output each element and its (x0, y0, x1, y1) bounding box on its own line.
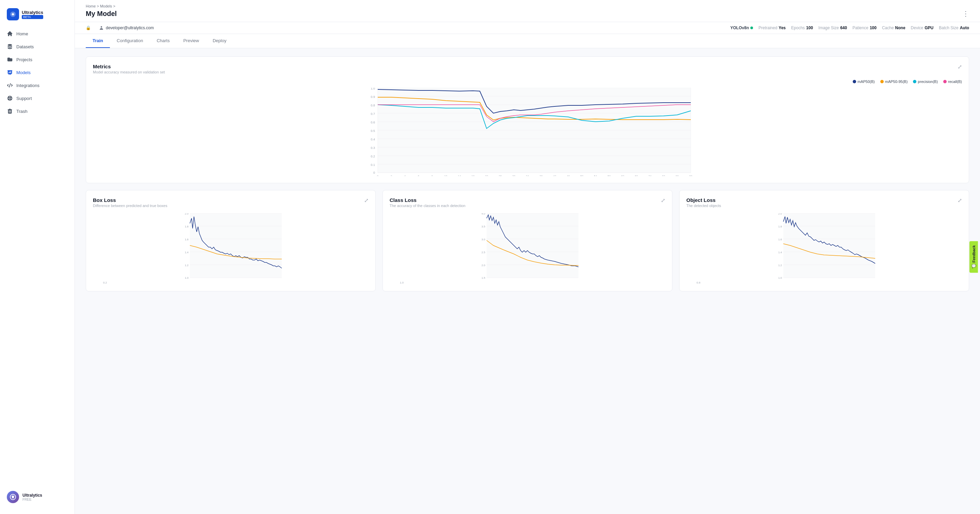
legend-label-map50: mAP50(B) (858, 79, 875, 84)
patience-label: Patience (853, 25, 869, 30)
metrics-expand-button[interactable]: ⤢ (958, 63, 962, 70)
user-name: Ultralytics (22, 493, 42, 498)
page-title: My Model (86, 10, 117, 17)
sidebar-item-trash[interactable]: Trash (0, 105, 75, 117)
sidebar-item-label: Datasets (16, 44, 34, 49)
tab-preview[interactable]: Preview (177, 34, 206, 48)
svg-rect-61 (487, 213, 579, 278)
device-label: Device (911, 25, 924, 30)
metrics-chart-container: 1.0 0.9 0.8 0.7 0.6 0.5 0.4 0.3 0.2 0.1 … (93, 88, 962, 176)
sidebar-nav: Home Datasets Projects Models Integratio… (0, 27, 75, 117)
svg-rect-74 (783, 213, 875, 278)
svg-text:1.0: 1.0 (371, 88, 375, 90)
metrics-chart-title: Metrics (93, 63, 165, 69)
legend-dot-precision (913, 80, 916, 83)
svg-text:34: 34 (526, 175, 529, 176)
svg-text:1.0: 1.0 (778, 276, 782, 279)
svg-text:4: 4 (404, 175, 406, 176)
sidebar-item-integrations[interactable]: Integrations (0, 79, 75, 92)
box-loss-title: Box Loss (93, 197, 167, 203)
class-loss-chart: 4.0 3.5 3.0 2.5 2.0 1.5 1.0 (390, 213, 665, 284)
tab-charts[interactable]: Charts (150, 34, 176, 48)
sidebar-item-home[interactable]: Home (0, 27, 75, 40)
tab-configuration[interactable]: Configuration (110, 34, 150, 48)
object-loss-card: Object Loss The detected objects ⤢ (679, 190, 969, 291)
sidebar-item-datasets[interactable]: Datasets (0, 40, 75, 53)
svg-text:1.8: 1.8 (185, 225, 189, 228)
metrics-chart-subtitle: Model accuracy measured on validation se… (93, 70, 165, 74)
svg-text:68: 68 (635, 175, 638, 176)
svg-text:0.7: 0.7 (371, 112, 375, 116)
svg-text:74: 74 (649, 175, 652, 176)
model-name: YOLOv8n (730, 25, 749, 30)
cache-label: Cache (882, 25, 894, 30)
device-value: GPU (924, 25, 933, 30)
user-icon (99, 25, 104, 30)
legend-dot-map50 (853, 80, 856, 83)
svg-text:0.6: 0.6 (371, 121, 375, 124)
user-plan: FREE (22, 498, 42, 501)
feedback-label: Feedback (972, 246, 976, 263)
svg-text:0: 0 (377, 175, 379, 176)
class-loss-title: Class Loss (390, 197, 466, 203)
svg-text:10: 10 (444, 175, 447, 176)
sidebar: Ultralytics BETA Home Datasets Projects … (0, 0, 75, 514)
class-loss-expand-button[interactable]: ⤢ (661, 197, 665, 204)
svg-text:46: 46 (567, 175, 570, 176)
svg-text:0: 0 (373, 171, 375, 175)
user-profile[interactable]: Ultralytics FREE (0, 485, 75, 509)
svg-text:1.6: 1.6 (778, 238, 782, 241)
logo-title: Ultralytics (22, 10, 43, 15)
svg-text:0.3: 0.3 (371, 146, 375, 149)
epochs-label: Epochs (791, 25, 805, 30)
status-dot (750, 27, 753, 29)
legend-dot-recall (943, 80, 947, 83)
feedback-button[interactable]: 💬 Feedback (969, 241, 978, 273)
object-loss-expand-button[interactable]: ⤢ (958, 197, 962, 204)
svg-text:1.2: 1.2 (778, 264, 782, 267)
more-options-button[interactable]: ⋮ (962, 10, 969, 17)
svg-text:26: 26 (499, 175, 502, 176)
box-loss-chart: 2.0 1.8 1.6 1.4 1.2 1.0 0.2 (93, 213, 369, 284)
tab-deploy[interactable]: Deploy (206, 34, 233, 48)
svg-text:14: 14 (458, 175, 461, 176)
page-header: Home > Models > My Model ⋮ (75, 0, 980, 22)
svg-text:50: 50 (581, 175, 584, 176)
legend-label-map50-95: mAP50-95(B) (885, 79, 908, 84)
class-loss-subtitle: The accuracy of the classes in each dete… (390, 204, 466, 208)
sidebar-item-label: Models (16, 70, 30, 75)
user-email: developer@ultralytics.com (106, 25, 154, 30)
content-area: Metrics Model accuracy measured on valid… (75, 48, 980, 514)
sidebar-item-label: Home (16, 31, 28, 36)
tab-bar: Train Configuration Charts Preview Deplo… (75, 34, 980, 48)
svg-text:1.4: 1.4 (185, 251, 189, 254)
object-loss-subtitle: The detected objects (686, 204, 721, 208)
svg-text:98: 98 (689, 175, 692, 176)
svg-text:1.5: 1.5 (482, 276, 485, 279)
svg-text:1.4: 1.4 (778, 251, 782, 254)
box-loss-expand-button[interactable]: ⤢ (364, 197, 369, 204)
svg-text:0.4: 0.4 (371, 138, 375, 141)
svg-text:62: 62 (621, 175, 624, 176)
batch-size-value: Auto (960, 25, 969, 30)
sidebar-item-support[interactable]: Support (0, 92, 75, 105)
svg-text:0.2: 0.2 (371, 155, 375, 158)
tab-train[interactable]: Train (86, 34, 110, 48)
avatar (7, 491, 19, 503)
svg-text:30: 30 (512, 175, 515, 176)
sidebar-item-models[interactable]: Models (0, 66, 75, 79)
sidebar-item-label: Support (16, 96, 32, 101)
svg-text:38: 38 (540, 175, 543, 176)
svg-text:0.9: 0.9 (371, 95, 375, 98)
box-loss-subtitle: Difference between predicted and true bo… (93, 204, 167, 208)
pretrained-value: Yes (778, 25, 786, 30)
sidebar-item-label: Integrations (16, 83, 40, 88)
svg-text:22: 22 (485, 175, 488, 176)
svg-text:2.0: 2.0 (482, 264, 485, 267)
svg-text:2.5: 2.5 (482, 251, 485, 254)
svg-text:54: 54 (594, 175, 597, 176)
svg-text:4.0: 4.0 (482, 213, 485, 215)
svg-text:90: 90 (676, 175, 679, 176)
sidebar-item-projects[interactable]: Projects (0, 53, 75, 66)
pretrained-label: Pretrained (759, 25, 777, 30)
